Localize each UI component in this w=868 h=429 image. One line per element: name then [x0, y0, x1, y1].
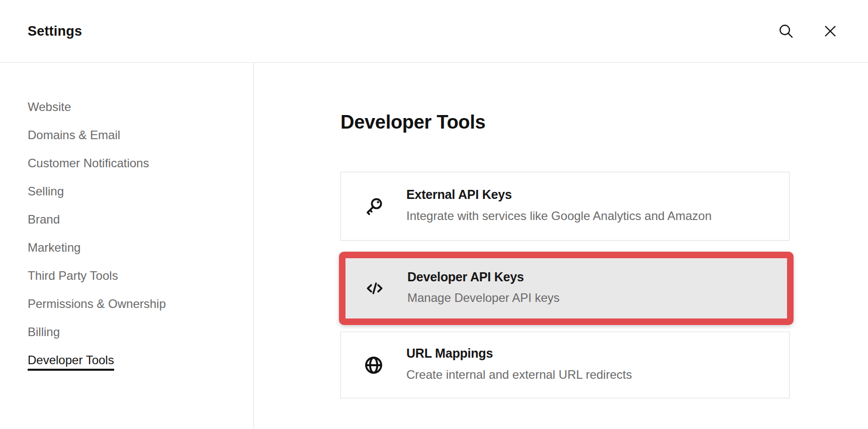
sidebar-item-third-party-tools[interactable]: Third Party Tools: [28, 270, 253, 282]
globe-icon: [362, 355, 386, 375]
sidebar-item-domains-email[interactable]: Domains & Email: [28, 129, 253, 141]
sidebar-item-permissions-ownership[interactable]: Permissions & Ownership: [28, 298, 253, 310]
card-text: External API Keys Integrate with service…: [406, 187, 774, 226]
panel-title: Settings: [28, 24, 82, 39]
settings-panel-body: Website Domains & Email Customer Notific…: [0, 63, 868, 429]
sidebar-item-customer-notifications[interactable]: Customer Notifications: [28, 157, 253, 169]
card-title: URL Mappings: [406, 346, 774, 361]
card-description: Integrate with services like Google Anal…: [406, 206, 728, 226]
main-content: Developer Tools External API Keys Integr…: [254, 63, 868, 429]
sidebar-item-website[interactable]: Website: [28, 101, 253, 113]
card-description: Manage Developer API keys: [407, 288, 729, 307]
card-description: Create internal and external URL redirec…: [406, 365, 728, 384]
card-url-mappings[interactable]: URL Mappings Create internal and externa…: [340, 332, 790, 398]
close-icon: [822, 23, 838, 39]
card-external-api-keys[interactable]: External API Keys Integrate with service…: [340, 172, 790, 241]
sidebar-item-selling[interactable]: Selling: [28, 185, 253, 197]
card-title: Developer API Keys: [407, 269, 773, 284]
card-text: URL Mappings Create internal and externa…: [406, 346, 774, 384]
card-title: External API Keys: [406, 187, 774, 202]
sidebar-item-brand[interactable]: Brand: [28, 213, 253, 226]
code-icon: [363, 277, 387, 299]
key-icon: [362, 196, 386, 217]
settings-panel-header: Settings: [0, 0, 868, 63]
card-developer-api-keys-highlighted[interactable]: Developer API Keys Manage Developer API …: [339, 252, 794, 325]
search-button[interactable]: [776, 22, 795, 41]
sidebar-item-billing[interactable]: Billing: [28, 326, 253, 338]
settings-sidebar: Website Domains & Email Customer Notific…: [0, 63, 254, 429]
search-icon: [777, 23, 795, 40]
developer-tools-card-list: External API Keys Integrate with service…: [340, 172, 795, 398]
close-button[interactable]: [821, 22, 839, 41]
page-title: Developer Tools: [340, 111, 868, 133]
sidebar-item-developer-tools[interactable]: Developer Tools: [28, 354, 253, 371]
card-text: Developer API Keys Manage Developer API …: [407, 269, 773, 307]
sidebar-item-marketing[interactable]: Marketing: [28, 242, 253, 254]
